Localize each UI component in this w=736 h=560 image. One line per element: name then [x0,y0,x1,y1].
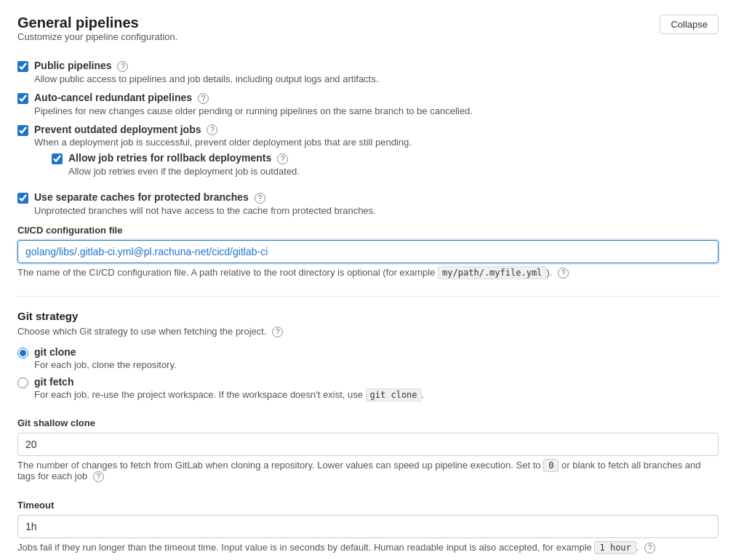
public-pipelines-item: Public pipelines ? Allow public access t… [17,60,719,84]
timeout-label: Timeout [17,500,719,511]
timeout-badge: 1 hour [594,541,636,554]
separate-caches-help-icon[interactable]: ? [255,193,265,204]
prevent-outdated-checkbox[interactable] [17,125,28,136]
prevent-outdated-desc: When a deployment job is successful, pre… [34,137,412,148]
auto-cancel-desc: Pipelines for new changes cause older pe… [34,105,473,116]
git-clone-label[interactable]: git clone [34,346,76,358]
checkboxes-group: Public pipelines ? Allow public access t… [17,60,719,216]
allow-retries-desc: Allow job retries even if the deployment… [68,166,300,177]
git-clone-radio[interactable] [17,348,28,359]
git-strategy-heading: Git strategy [17,310,719,322]
auto-cancel-help-icon[interactable]: ? [198,93,209,104]
allow-retries-label[interactable]: Allow job retries for rollback deploymen… [68,152,271,164]
separate-caches-checkbox[interactable] [17,193,28,204]
shallow-clone-badge: 0 [543,459,559,472]
git-strategy-desc: Choose which Git strategy to use when fe… [17,326,719,337]
cicd-config-example-code: my/path/.myfile.yml [438,266,546,279]
git-strategy-help-icon[interactable]: ? [272,327,283,337]
cicd-config-hint-icon[interactable]: ? [558,268,569,279]
shallow-clone-help-icon[interactable]: ? [93,471,104,482]
cicd-config-label: CI/CD configuration file [17,225,719,236]
shallow-clone-hint: The number of changes to fetch from GitL… [17,460,719,482]
git-clone-code: git clone [366,388,422,401]
prevent-outdated-item: Prevent outdated deployment jobs ? When … [17,124,719,185]
cicd-config-hint: The name of the CI/CD configuration file… [17,267,719,279]
shallow-clone-input[interactable] [17,433,719,456]
git-fetch-desc: For each job, re-use the project workspa… [34,389,424,400]
git-clone-item: git clone For each job, clone the reposi… [17,346,719,370]
public-pipelines-checkbox[interactable] [17,61,28,72]
git-clone-desc: For each job, clone the repository. [34,359,177,370]
cicd-config-input[interactable] [17,240,719,263]
timeout-input[interactable] [17,515,719,538]
page-title: General pipelines [17,15,177,31]
timeout-help-icon[interactable]: ? [644,543,655,553]
timeout-hint: Jobs fail if they run longer than the ti… [17,542,719,553]
public-pipelines-label[interactable]: Public pipelines [34,60,112,71]
git-strategy-radio-group: git clone For each job, clone the reposi… [17,346,719,400]
separate-caches-desc: Unprotected branches will not have acces… [34,205,376,216]
timeout-section: Timeout Jobs fail if they run longer tha… [17,500,719,553]
auto-cancel-item: Auto-cancel redundant pipelines ? Pipeli… [17,92,719,116]
auto-cancel-label[interactable]: Auto-cancel redundant pipelines [34,92,192,103]
allow-retries-help-icon[interactable]: ? [277,153,288,164]
git-fetch-item: git fetch For each job, re-use the proje… [17,376,719,400]
divider-1 [17,296,719,297]
public-pipelines-help-icon[interactable]: ? [117,61,128,72]
allow-retries-item: Allow job retries for rollback deploymen… [52,152,412,177]
git-strategy-section: Git strategy Choose which Git strategy t… [17,310,719,400]
auto-cancel-checkbox[interactable] [17,93,28,104]
collapse-button[interactable]: Collapse [660,15,719,34]
separate-caches-label[interactable]: Use separate caches for protected branch… [34,191,249,203]
shallow-clone-section: Git shallow clone The number of changes … [17,417,719,482]
git-fetch-radio[interactable] [17,377,28,388]
cicd-config-section: CI/CD configuration file The name of the… [17,225,719,279]
page-subtitle: Customize your pipeline configuration. [17,31,177,42]
prevent-outdated-help-icon[interactable]: ? [207,124,217,135]
public-pipelines-desc: Allow public access to pipelines and job… [34,73,378,84]
prevent-outdated-label[interactable]: Prevent outdated deployment jobs [34,124,201,135]
git-fetch-label[interactable]: git fetch [34,376,73,388]
shallow-clone-label: Git shallow clone [17,417,719,428]
allow-retries-checkbox[interactable] [52,153,63,164]
allow-retries-nested: Allow job retries for rollback deploymen… [52,152,412,177]
separate-caches-item: Use separate caches for protected branch… [17,191,719,216]
